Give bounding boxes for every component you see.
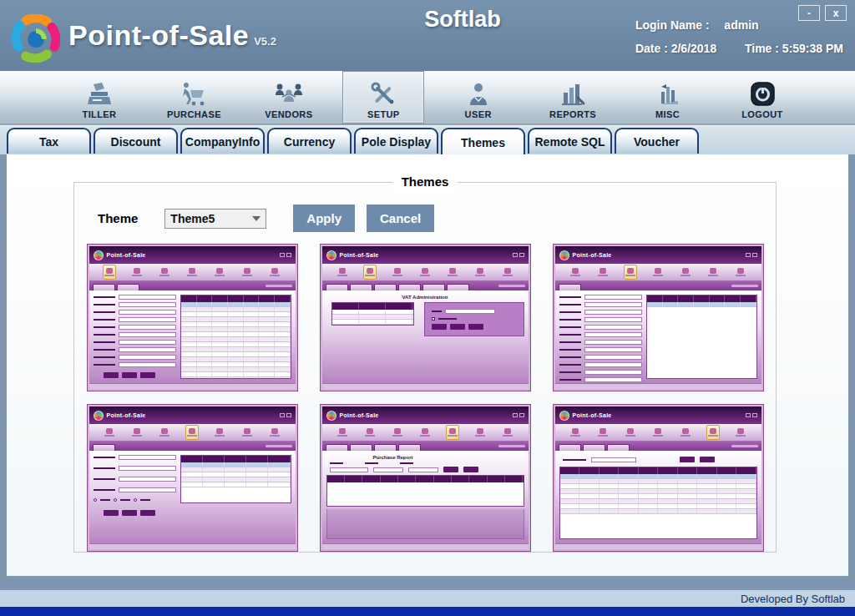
- thumbnail-decor: [212, 337, 228, 341]
- thumbnail-decor: [89, 290, 296, 383]
- thumbnail-decor: [736, 275, 746, 276]
- chart-misc-icon: [654, 76, 682, 108]
- main-toolbar: TILLER PURCHASE VENDORS SETUP USER REPOR…: [0, 71, 855, 125]
- thumbnail-decor: [559, 356, 581, 358]
- thumbnail-decor: [275, 377, 291, 379]
- toolbar-item-setup[interactable]: SETUP: [342, 71, 424, 124]
- theme-select[interactable]: Theme5: [164, 209, 266, 229]
- thumbnail-decor: [432, 317, 435, 321]
- thumbnail-decor: [181, 357, 197, 361]
- thumbnail-decor: [420, 435, 430, 437]
- tab-discount[interactable]: Discount: [94, 128, 178, 154]
- thumbnail-decor: [94, 341, 115, 343]
- tab-remote-sql[interactable]: Remote SQL: [528, 128, 612, 154]
- developed-by-text: Developed By Softlab: [741, 593, 845, 605]
- thumbnail-decor: [447, 284, 469, 290]
- thumbnail-decor: [678, 474, 698, 478]
- thumbnail-decor: [394, 428, 401, 434]
- toolbar-item-vendors[interactable]: VENDORS: [248, 71, 330, 124]
- thumbnail-decor: [94, 317, 177, 322]
- thumbnail-decor: [600, 494, 620, 498]
- thumbnail-decor: [697, 489, 717, 493]
- thumbnail-decor: [181, 295, 290, 302]
- tab-voucher[interactable]: Voucher: [615, 128, 699, 154]
- thumbnail-decor: [697, 474, 717, 478]
- theme-thumbnail-invoices[interactable]: Point-of-Sale: [553, 404, 764, 552]
- thumbnail-decor: [443, 467, 458, 472]
- thumbnail-decor: [197, 332, 213, 336]
- thumbnail-decor: [322, 442, 529, 451]
- toolbar-item-purchase[interactable]: PURCHASE: [153, 71, 235, 124]
- app-version: V5.2: [254, 35, 276, 48]
- thumbnail-decor: [326, 411, 336, 421]
- thumbnail-decor: [212, 332, 228, 336]
- theme-thumbnail-users[interactable]: Point-of-Sale: [87, 404, 298, 552]
- tab-currency[interactable]: Currency: [267, 128, 352, 154]
- thumbnail-decor: [559, 411, 569, 421]
- thumbnail-decor: [658, 479, 678, 483]
- thumbnail-decor: [559, 364, 581, 366]
- thumbnail-decor: [639, 494, 659, 498]
- thumbnail-decor: [717, 499, 737, 503]
- thumbnail-decor: [579, 504, 600, 508]
- thumbnail-decor: [244, 307, 260, 311]
- thumbnail-decor: Point-of-Sale: [573, 412, 612, 418]
- apply-button[interactable]: Apply: [293, 204, 355, 232]
- theme-thumbnail-purchase-entry[interactable]: Point-of-Sale: [87, 244, 298, 391]
- thumbnail-decor: [270, 435, 280, 437]
- toolbar-item-logout[interactable]: LOGOUT: [721, 71, 803, 124]
- thumbnail-decor: [185, 425, 199, 440]
- thumbnail-decor: [584, 295, 643, 300]
- thumbnail-decor: [94, 457, 115, 458]
- thumbnail-decor: [212, 295, 228, 302]
- close-button[interactable]: x: [825, 5, 847, 21]
- thumbnail-decor: [94, 467, 115, 469]
- thumbnail-decor: [332, 315, 359, 319]
- toolbar-item-tiller[interactable]: TILLER: [58, 71, 140, 124]
- thumbnail-decor: [266, 445, 292, 447]
- theme-thumbnail-vendors[interactable]: Point-of-Sale: [553, 244, 764, 391]
- thumbnail-decor: [212, 312, 228, 316]
- thumbnail-decor: [391, 265, 404, 280]
- thumbnail-decor: [337, 435, 347, 437]
- setup-tabstrip: Tax Discount CompanyInfo Currency Pole D…: [0, 125, 855, 154]
- thumbnail-decor: [337, 275, 347, 276]
- thumbnail-decor: [647, 302, 756, 307]
- thumbnail-decor: [646, 295, 756, 379]
- thumbnail-decor: [559, 349, 581, 351]
- tab-themes[interactable]: Themes: [441, 128, 525, 155]
- thumbnail-decor: [639, 467, 659, 474]
- toolbar-item-reports[interactable]: REPORTS: [532, 71, 614, 124]
- tab-companyinfo[interactable]: CompanyInfo: [180, 128, 265, 154]
- toolbar-item-user[interactable]: USER: [438, 71, 519, 124]
- tab-pole-display[interactable]: Pole Display: [354, 128, 438, 154]
- thumbnail-decor: [717, 467, 737, 474]
- tab-tax[interactable]: Tax: [7, 128, 91, 154]
- thumbnail-decor: [736, 509, 756, 513]
- cancel-button[interactable]: Cancel: [367, 204, 434, 232]
- thumbnail-decor: [678, 494, 698, 498]
- toolbar-item-misc[interactable]: MISC: [627, 71, 709, 124]
- thumbnail-decor: VAT Administration: [326, 295, 524, 300]
- minimize-button[interactable]: -: [798, 5, 820, 21]
- thumbnail-decor: [682, 268, 689, 274]
- thumbnail-decor: [559, 317, 643, 322]
- thumbnail-decor: [94, 295, 177, 300]
- thumbnail-decor: [259, 347, 275, 351]
- thumbnail-decor: [244, 268, 250, 274]
- thumbnail-decor: [737, 268, 744, 274]
- thumbnail-decor: [434, 476, 452, 482]
- thumbnail-decor: [647, 295, 663, 302]
- thumbnail-decor: [275, 342, 291, 346]
- thumbnail-decor: [181, 456, 290, 462]
- thumbnail-decor: [280, 413, 291, 417]
- thumbnail-decor: [513, 253, 524, 257]
- date-label: Date :: [635, 42, 668, 55]
- theme-thumbnail-vat-setup[interactable]: Point-of-SaleVAT Administration: [320, 244, 531, 391]
- thumbnail-decor: [181, 327, 197, 331]
- thumbnail-decor: [94, 478, 115, 480]
- theme-thumbnail-purchase-report[interactable]: Point-of-SalePurchase Report: [320, 404, 531, 552]
- thumbnail-decor: [94, 311, 115, 313]
- thumbnail-decor: [212, 317, 228, 321]
- thumbnail-decor: [519, 413, 524, 417]
